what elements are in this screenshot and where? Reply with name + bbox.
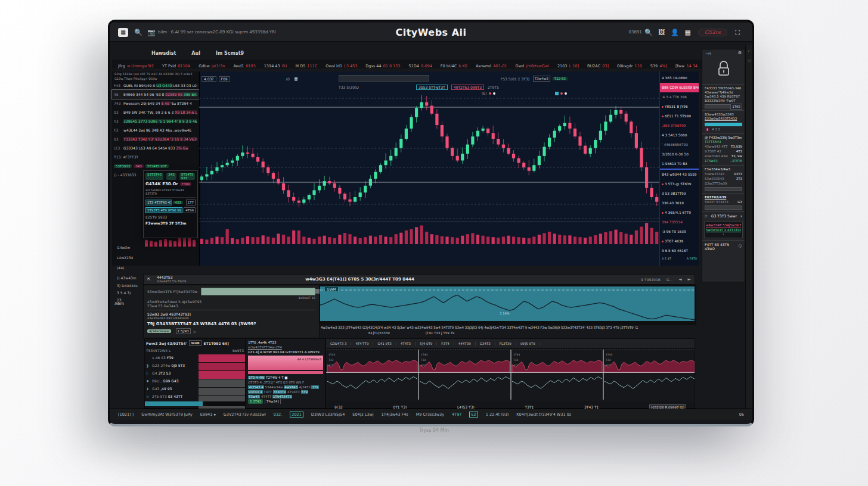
indicator-charts[interactable]: 1T43T334TT1T43T334TT1T43T334TT1T43T334TT <box>326 348 695 401</box>
dialog-field-amount[interactable]: 5T93T5 4T9 9T96 99 <box>145 207 182 213</box>
zoom-search-icon[interactable]: 🔍 <box>644 27 653 37</box>
indicator-tab[interactable]: F3T4 <box>437 342 454 345</box>
image-icon[interactable]: 🖼 <box>657 27 666 37</box>
indicator-tab[interactable]: 5]4 0T9 <box>416 342 437 345</box>
ticker-item[interactable]: AsrwmdA01-01 <box>476 60 507 68</box>
mid-chip-row[interactable]: W3543 4 5344w34w 4w9T43 4j34T3 3T9 <box>248 385 323 390</box>
indicator-tab[interactable]: 4T4'TT9 <box>351 342 373 345</box>
status-item[interactable]: K04rrj3w3t tr3349'4 W31 0s <box>516 412 571 417</box>
strategy-progress-bar[interactable] <box>201 288 315 295</box>
news-item-2[interactable]: 5w39343T 3 43T3T93 5w3 <box>706 228 741 232</box>
watchlist-row[interactable]: 45E4969 344 54 96 '93 8 02999 99 399 BA5… <box>112 90 199 99</box>
dialog-chip[interactable]: 53T3T43 <box>145 173 163 180</box>
range-slider[interactable] <box>339 75 429 82</box>
watchlist-chip[interactable]: 53T3933 <box>114 164 132 168</box>
status-item[interactable]: D3lW3 L33r95j54 <box>311 412 345 417</box>
table-header-1[interactable]: Fww3 3wj 43/93T54' <box>146 341 187 345</box>
news-more[interactable]: ＋ <box>706 232 741 236</box>
alert-box-teal[interactable]: 3553 5TT-6T3T <box>416 85 448 90</box>
ticker-item[interactable]: Jfcgw Ummgw3t2 <box>118 60 154 68</box>
mid-teal-chip[interactable]: 1T3 4 4W <box>248 376 265 379</box>
watchlist-chip[interactable]: 5T34T5 93T <box>145 164 169 168</box>
overview-area-chart-panel[interactable]: GWM .1 14% <box>320 285 696 325</box>
ticker-item[interactable]: F0 bU4Cb K0 <box>441 60 467 68</box>
indicator-tab[interactable]: 4T4T3 <box>396 342 416 345</box>
tab-indicators[interactable]: Im Scmst9 <box>216 51 244 56</box>
ticker-item[interactable]: BU2AC03] <box>587 60 609 68</box>
ticker-item[interactable]: [fww14 34 <box>675 60 698 68</box>
dialog-field-symbol[interactable]: 1T3 4T3T43 43 <box>145 200 172 205</box>
ticker-item[interactable]: Awd10193 <box>233 60 255 68</box>
table-header-3[interactable]: ET1T092 64] <box>204 341 229 345</box>
refresh-icon[interactable]: ⟳ <box>705 214 708 218</box>
ticker-item[interactable]: M D5111C <box>296 60 318 68</box>
gear-icon[interactable]: ⚙ <box>738 51 742 55</box>
indicator-tab[interactable]: 444T39 <box>454 342 476 345</box>
status-item[interactable]: 1T4j3w43 F4s <box>382 412 408 417</box>
status-item[interactable]: E04j3 L3wj <box>352 412 373 417</box>
tab-watchlist[interactable]: Hawsdist <box>151 51 176 56</box>
watchlist-row[interactable]: 743Pwesssm 29j 649 34 8 A9 '6a 8T394 4 <box>112 99 199 108</box>
status-item[interactable]: 1 22.4t (93) <box>486 412 509 417</box>
status-item[interactable]: G3V2T43 r3v n3ss3wl <box>224 412 266 417</box>
status-item[interactable]: 2021 <box>290 412 303 418</box>
ticker-item[interactable]: S394%] <box>650 60 667 68</box>
style-chip[interactable]: F09 <box>219 76 230 82</box>
dialog-amount-box[interactable]: 4T99 <box>184 207 196 213</box>
mid-chip-row[interactable]: T3w43 4T4TT 1T94T34T3 <box>248 394 323 399</box>
ticker-item[interactable]: Gdbwjst1t3n <box>199 60 225 68</box>
strip-pin-icon[interactable]: ⌐ <box>746 45 753 53</box>
status-item[interactable]: E2 <box>469 412 478 418</box>
tab-all[interactable]: Aul <box>191 51 200 56</box>
watchlist-chip[interactable]: 343 <box>134 164 144 168</box>
ticker-item[interactable]: Dgss 4401 0 1S3 <box>365 60 400 68</box>
indicator-tab[interactable]: FL3T39 <box>495 342 516 345</box>
strategy-green-chip[interactable]: 4j34w3www <box>147 329 171 333</box>
watchlist-row[interactable]: F43GUEL RI B94/49-0 U3 O443 L93 33 03 L0… <box>112 81 199 90</box>
mid-chip-row[interactable]: 93T43 4 T4TT 3T43T9 4T94T3 5T9 <box>248 390 323 394</box>
interval-chip[interactable]: 4.03? <box>202 76 216 82</box>
status-item[interactable]: Gwmmy3At W3r53T9 JuAy <box>141 412 193 417</box>
play-icon[interactable]: ▷ <box>194 329 197 334</box>
dialog-field-expiry[interactable]: E25T9 5933 <box>145 215 196 219</box>
mid-green-chip[interactable]: 5 3T43 <box>248 399 263 404</box>
indicator-tab[interactable]: G41 9T3 <box>373 342 396 345</box>
mid-green-row[interactable]: 5 3T43T4w34] <box>248 399 323 404</box>
record-button[interactable]: Cl52ns <box>698 29 727 36</box>
indicator-tab[interactable]: G34T3 <box>476 342 495 345</box>
balance-link[interactable]: E33w9w5433T5433 <box>705 117 742 121</box>
status-item[interactable]: 032. <box>274 412 282 417</box>
ticker-item[interactable]: 2103L 10] <box>557 60 579 68</box>
watchlist-row[interactable]: 03B49 5W 34K 'TW, 99 2 6 6 3 X9 L8 34:6 … <box>112 108 199 117</box>
dialog-submit-row[interactable]: F3www3T9 3T 5T3m <box>145 221 196 225</box>
watchlist-row[interactable]: 03733343 T342 Y3' 93U364 '3 15 8 34 V639… <box>112 135 199 144</box>
status-item[interactable]: E9941 ⏺ <box>200 412 216 417</box>
watchlist-row[interactable]: (23G33343 L63 A9 64 5454 933 3% 6w <box>112 144 199 152</box>
chat-icon[interactable]: 🗨 <box>738 244 742 249</box>
fullscreen-icon[interactable]: ⛶ <box>733 27 742 37</box>
ticker-item[interactable]: S1D40-094 <box>409 60 432 68</box>
ticker-item[interactable]: 1394 430U <box>264 60 287 68</box>
ticker-item[interactable]: Owsl ld1L3 4S3 <box>326 60 357 68</box>
indicator-tab[interactable]: G3U4T3 3 <box>326 342 351 345</box>
dialog-field-box[interactable]: 1T7 <box>186 200 196 205</box>
indicator-tab[interactable]: 09]5 9T9 <box>516 342 540 345</box>
watchlist-row[interactable]: F3w43L44 2wj 96 348 A3 46a ;wav9w46 <box>112 126 199 135</box>
ticker-item[interactable]: YT Psld0110A <box>162 60 190 68</box>
dialog-chip[interactable]: 5T34T5 93T <box>179 173 196 180</box>
chart-tools-icon[interactable]: ⇱ <box>147 277 151 282</box>
ticker-item[interactable]: Owdjrb0rtswGwl <box>516 60 549 68</box>
bar-knob[interactable] <box>315 289 320 294</box>
collapse-icon[interactable]: ▾ <box>740 214 742 218</box>
status-item[interactable]: 4T97 <box>452 412 461 417</box>
dialog-chip[interactable]: 343 <box>166 173 176 180</box>
news-item-1[interactable]: w4w334T 534j5w39 T3433 44 <box>706 223 741 228</box>
alert-box-red[interactable]: 49T2T63 099T3 <box>451 85 484 90</box>
ticker-item[interactable]: 00ksgdr110 <box>617 60 642 68</box>
status-item[interactable]: M9 Cr3ss3w3y <box>416 412 444 417</box>
trash-icon[interactable]: 🗑 <box>292 74 301 83</box>
toolbar-right-chip[interactable]: T10 63 <box>553 77 568 80</box>
user-icon[interactable]: 👤 <box>670 27 680 37</box>
candlestick-chart[interactable] <box>199 92 659 248</box>
next-arrow-icon[interactable]: ► <box>688 277 691 282</box>
